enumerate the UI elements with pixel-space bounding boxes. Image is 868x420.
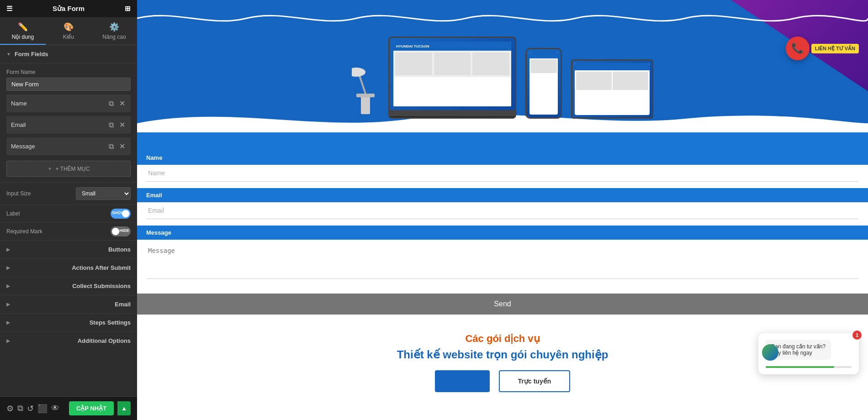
form-fields-header[interactable]: ▼ Form Fields [0,45,137,63]
contact-section: Name Email Message Send [137,132,868,315]
label-toggle-label: Label [6,210,107,217]
bottom-toolbar: ⚙ ⧉ ↺ ⬛ 👁 CẬP NHẬT ▲ [0,396,137,420]
desk-lamp [352,59,379,114]
tabs-row: ✏️ Nội dung 🎨 Kiểu ⚙️ Nâng cao [0,17,137,45]
additional-arrow: ▶ [6,338,10,343]
panel-title: Sửa Form [53,5,85,13]
phone-device [525,48,562,119]
services-title-orange: Các gói dịch vụ [164,333,841,345]
input-size-select[interactable]: Small Medium Large [76,187,131,200]
email-field-container [146,202,859,226]
style-icon: 🎨 [64,22,74,32]
actions-arrow: ▶ [6,265,10,270]
svg-rect-0 [361,96,370,114]
phone-float-button[interactable]: 📞 [786,37,810,60]
name-field-container [146,165,859,188]
panel-header: ☰ Sửa Form ⊞ [0,0,137,17]
chat-progress-bar [766,366,852,368]
settings-icon[interactable]: ⚙ [6,404,14,414]
form-name-input[interactable] [6,78,131,91]
field-item-message[interactable]: Message ⧉ ✕ [6,137,131,155]
field-copy-name[interactable]: ⧉ [108,99,115,109]
section-email[interactable]: ▶ Email [0,295,137,313]
field-item-email[interactable]: Email ⧉ ✕ [6,116,131,134]
name-label-text: Name [146,154,162,161]
phone-float-row: 📞 LIÊN HỆ TƯ VẤN [786,37,859,60]
steps-arrow: ▶ [6,320,10,325]
advanced-icon: ⚙️ [109,22,119,32]
form-name-row: Form Name [6,69,131,91]
section-collect[interactable]: ▶ Collect Submissions [0,277,137,295]
service-btn-1[interactable] [435,370,490,392]
collect-arrow: ▶ [6,284,10,289]
send-button[interactable]: Send [137,294,868,315]
export-icon[interactable]: ⬛ [37,404,48,414]
form-name-label: Form Name [6,69,131,75]
tab-advanced[interactable]: ⚙️ Nâng cao [91,17,137,45]
tablet-device [571,59,653,119]
service-buttons-row: Trực tuyến [164,370,841,392]
phone-float-container: 📞 LIÊN HỆ TƯ VẤN [786,37,859,60]
grid-icon[interactable]: ⊞ [125,5,131,13]
hero-devices: HYUNDAI TUCSON [137,0,868,132]
form-top-wave [137,132,868,151]
message-label-text: Message [146,229,171,236]
field-delete-email[interactable]: ✕ [118,120,126,130]
phone-float-label: LIÊN HỆ TƯ VẤN [811,44,859,53]
input-size-label: Input Size [6,190,72,197]
layers-icon[interactable]: ⧉ [17,404,23,413]
required-toggle-row: Required Mark HIDE [0,222,137,240]
input-size-row: Input Size Small Medium Large [0,182,137,205]
required-toggle-switch[interactable]: HIDE [111,226,131,236]
history-icon[interactable]: ↺ [27,404,34,414]
chat-progress-fill [766,366,834,368]
svg-rect-4 [137,142,868,151]
buttons-arrow: ▶ [6,247,10,252]
email-label-text: Email [146,192,162,199]
field-delete-message[interactable]: ✕ [118,141,126,152]
section-additional[interactable]: ▶ Additional Options [0,331,137,350]
menu-icon[interactable]: ☰ [6,5,12,13]
message-textarea[interactable] [146,242,859,279]
name-field[interactable] [146,165,859,182]
update-arrow-button[interactable]: ▲ [117,401,131,415]
label-toggle-row: Label SHOW [0,205,137,222]
add-icon: ＋ [47,165,53,173]
tab-style[interactable]: 🎨 Kiểu [46,17,91,45]
eye-icon[interactable]: 👁 [51,404,59,413]
field-delete-name[interactable]: ✕ [118,98,126,109]
section-steps[interactable]: ▶ Steps Settings [0,313,137,331]
chat-widget: Bạn đang cần tư vấn? Hãy liên hệ ngay 1 [758,333,859,374]
svg-rect-1 [356,94,375,97]
field-copy-email[interactable]: ⧉ [108,120,115,130]
form-body: Name Email Message [137,151,868,289]
laptop-device: HYUNDAI TUCSON [388,37,516,119]
section-actions[interactable]: ▶ Actions After Submit [0,258,137,277]
email-label-bar: Email [137,188,868,202]
message-field-container [146,242,859,284]
tab-content[interactable]: ✏️ Nội dung [0,17,46,45]
field-item-name[interactable]: Name ⧉ ✕ [6,94,131,112]
update-button[interactable]: CẬP NHẬT [69,401,114,415]
left-panel: ☰ Sửa Form ⊞ ✏️ Nội dung 🎨 Kiểu ⚙️ Nâng … [0,0,137,420]
email-arrow: ▶ [6,302,10,307]
svg-point-3 [352,68,365,77]
notification-badge: 1 [852,331,862,340]
add-field-button[interactable]: ＋ + THÊM MỤC [6,161,131,177]
online-status-button[interactable]: Trực tuyến [499,370,570,392]
form-fields-section: ▼ Form Fields Form Name Name ⧉ ✕ Email ⧉… [0,45,137,240]
field-copy-message[interactable]: ⧉ [108,142,115,152]
email-field[interactable] [146,202,859,219]
chat-bubble: Bạn đang cần tư vấn? Hãy liên hệ ngay [766,340,852,360]
required-hide-text: HIDE [119,228,129,233]
content-icon: ✏️ [18,22,28,32]
label-toggle-switch[interactable]: SHOW [111,209,131,219]
form-fields-arrow: ▼ [6,52,11,57]
phone-icon: 📞 [791,42,804,54]
chat-avatar [762,344,778,361]
services-title-blue: Thiết kế website trọn gói chuyên nghiệp [164,348,841,361]
required-toggle-label: Required Mark [6,228,107,235]
label-show-text: SHOW [112,210,125,215]
form-fields-content: Form Name Name ⧉ ✕ Email ⧉ ✕ Message ⧉ ✕ [0,63,137,182]
section-buttons[interactable]: ▶ Buttons [0,240,137,258]
